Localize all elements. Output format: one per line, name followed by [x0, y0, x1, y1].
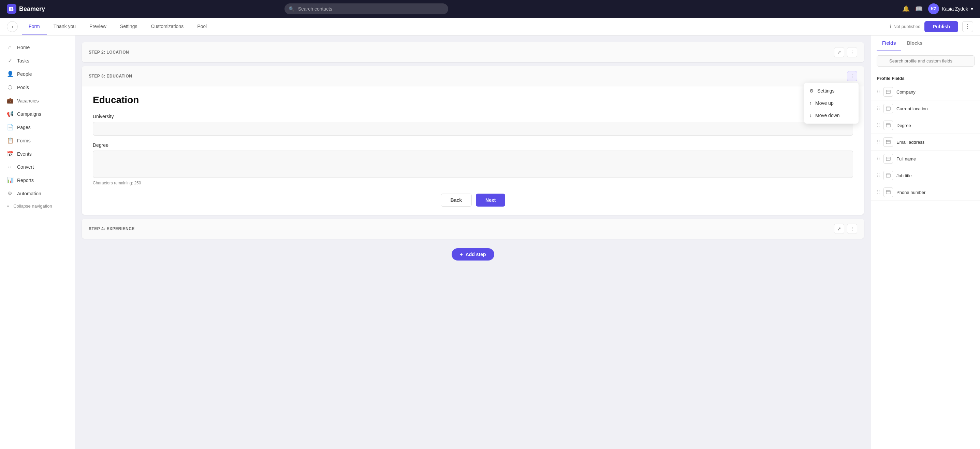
rp-field-current-location[interactable]: ⠿ Current location: [871, 101, 980, 117]
context-menu-move-down[interactable]: ↓ Move down: [804, 109, 859, 121]
sidebar-item-label: Tasks: [17, 58, 29, 64]
add-step-bar: + Add step: [82, 243, 864, 266]
sidebar-item-label: Automation: [17, 191, 41, 197]
rp-search-container: 🔍: [871, 51, 980, 71]
search-icon: 🔍: [289, 6, 294, 11]
svg-rect-5: [886, 124, 890, 127]
step-4-expand-button[interactable]: ⤢: [834, 224, 844, 234]
info-icon: ℹ: [889, 24, 891, 29]
tab-settings[interactable]: Settings: [113, 19, 144, 35]
rp-tab-fields[interactable]: Fields: [877, 35, 901, 51]
sidebar-item-label: Convert: [17, 164, 34, 170]
step-3-header: STEP 3: EDUCATION ⋮: [82, 66, 864, 86]
rp-search-input[interactable]: [877, 55, 975, 67]
step-3-more-button[interactable]: ⋮: [847, 71, 857, 81]
topbar-right: 🔔 📖 KZ Kasia Zydek ▾: [902, 3, 973, 14]
sidebar-item-home[interactable]: ⌂ Home: [0, 41, 75, 54]
step-3-title: STEP 3: EDUCATION: [89, 74, 847, 78]
sidebar-item-label: People: [17, 71, 32, 77]
publish-button[interactable]: Publish: [924, 21, 958, 32]
rp-field-phone-number[interactable]: ⠿ Phone number: [871, 184, 980, 201]
more-options-button[interactable]: ⋮: [962, 21, 973, 32]
move-up-icon: ↑: [810, 101, 812, 106]
rp-field-degree[interactable]: ⠿ Degree: [871, 117, 980, 134]
svg-rect-3: [886, 107, 890, 110]
secondary-nav-right: ℹ Not published Publish ⋮: [889, 21, 973, 32]
sidebar-item-events[interactable]: 📅 Events: [0, 147, 75, 160]
sidebar-item-convert[interactable]: ↔ Convert: [0, 160, 75, 173]
tab-form[interactable]: Form: [22, 19, 47, 35]
next-step-button[interactable]: Next: [476, 193, 505, 206]
forms-icon: 📋: [7, 137, 13, 144]
drag-handle-icon: ⠿: [877, 89, 880, 94]
step-2-more-button[interactable]: ⋮: [847, 47, 857, 58]
pools-icon: ⬡: [7, 84, 13, 91]
logo-text: Beamery: [19, 5, 45, 13]
convert-icon: ↔: [7, 164, 13, 170]
back-step-button[interactable]: Back: [441, 193, 472, 206]
sidebar-item-vacancies[interactable]: 💼 Vacancies: [0, 94, 75, 107]
field-label-full-name: Full name: [896, 157, 916, 161]
move-down-icon: ↓: [810, 113, 812, 118]
field-type-icon: [883, 87, 893, 97]
step-4-more-button[interactable]: ⋮: [847, 224, 857, 234]
rp-field-job-title[interactable]: ⠿ Job title: [871, 167, 980, 184]
step-nav-buttons: Back Next: [93, 193, 853, 206]
tasks-icon: ✓: [7, 58, 13, 64]
collapse-navigation-button[interactable]: « Collapse navigation: [0, 200, 75, 212]
step-3-form-title: Education: [93, 94, 853, 105]
sidebar-item-pools[interactable]: ⬡ Pools: [0, 81, 75, 94]
sidebar-item-reports[interactable]: 📊 Reports: [0, 173, 75, 187]
chevron-down-icon: ▾: [971, 6, 973, 11]
rp-field-email-address[interactable]: ⠿ Email address: [871, 134, 980, 150]
search-input[interactable]: [285, 3, 448, 14]
sidebar-item-label: Pages: [17, 125, 31, 130]
field-type-icon: [883, 104, 893, 113]
sidebar-item-tasks[interactable]: ✓ Tasks: [0, 54, 75, 67]
tab-preview[interactable]: Preview: [83, 19, 113, 35]
sidebar-item-people[interactable]: 👤 People: [0, 67, 75, 81]
context-menu-settings[interactable]: ⚙ Settings: [804, 85, 859, 97]
sidebar-item-automation[interactable]: ⚙ Automation: [0, 187, 75, 200]
sidebar-item-label: Forms: [17, 138, 31, 144]
svg-rect-1: [886, 90, 890, 94]
add-step-icon: +: [460, 252, 463, 257]
publish-status: ℹ Not published: [889, 24, 921, 29]
status-label: Not published: [893, 24, 921, 29]
sidebar-item-forms[interactable]: 📋 Forms: [0, 134, 75, 147]
notifications-icon[interactable]: 🔔: [902, 5, 910, 13]
user-menu[interactable]: KZ Kasia Zydek ▾: [928, 3, 973, 14]
context-menu-settings-label: Settings: [817, 88, 835, 94]
step-2-actions: ⤢ ⋮: [834, 47, 857, 58]
sidebar-item-label: Campaigns: [17, 111, 41, 117]
main-layout: ⌂ Home ✓ Tasks 👤 People ⬡ Pools 💼 Vacanc…: [0, 35, 980, 449]
book-icon[interactable]: 📖: [915, 5, 923, 13]
tab-pool[interactable]: Pool: [190, 19, 213, 35]
sidebar-item-pages[interactable]: 📄 Pages: [0, 120, 75, 134]
rp-field-company[interactable]: ⠿ Company: [871, 84, 980, 101]
people-icon: 👤: [7, 71, 13, 77]
step-4-title: STEP 4: EXPERIENCE: [89, 226, 834, 231]
field-label-email-address: Email address: [896, 140, 924, 145]
field-type-icon: [883, 187, 893, 197]
rp-field-full-name[interactable]: ⠿ Full name: [871, 150, 980, 167]
sidebar-item-label: Events: [17, 151, 32, 157]
user-name: Kasia Zydek: [942, 6, 968, 11]
context-menu-move-up[interactable]: ↑ Move up: [804, 97, 859, 109]
drag-handle-icon: ⠿: [877, 156, 880, 161]
secondary-nav: ‹ Form Thank you Preview Settings Custom…: [0, 18, 980, 35]
degree-textarea[interactable]: [93, 150, 853, 178]
tab-thank-you[interactable]: Thank you: [47, 19, 83, 35]
tab-customizations[interactable]: Customizations: [144, 19, 190, 35]
sidebar-item-campaigns[interactable]: 📢 Campaigns: [0, 107, 75, 120]
step-2-title: STEP 2: LOCATION: [89, 50, 834, 54]
back-button[interactable]: ‹: [7, 21, 18, 32]
rp-tab-blocks[interactable]: Blocks: [901, 35, 928, 51]
reports-icon: 📊: [7, 177, 13, 183]
vacancies-icon: 💼: [7, 97, 13, 104]
add-step-button[interactable]: + Add step: [452, 248, 494, 260]
university-input[interactable]: [93, 122, 853, 136]
step-2-expand-button[interactable]: ⤢: [834, 47, 844, 58]
field-type-icon: [883, 120, 893, 130]
pages-icon: 📄: [7, 124, 13, 130]
